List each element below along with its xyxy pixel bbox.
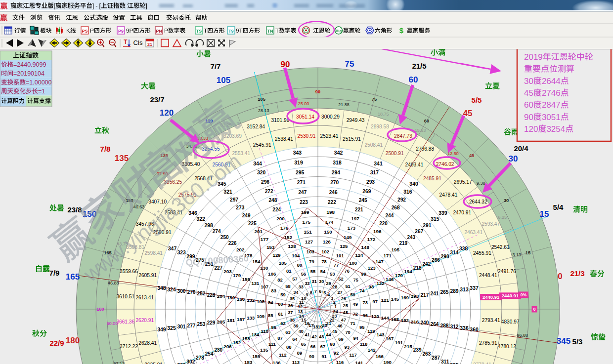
svg-text:320: 320 (257, 170, 266, 175)
svg-text:59: 59 (280, 292, 285, 297)
svg-text:217: 217 (421, 292, 429, 298)
svg-text:49: 49 (353, 302, 358, 307)
svg-text:45: 45 (524, 88, 533, 98)
svg-text:347: 347 (168, 245, 177, 251)
svg-text:197: 197 (351, 216, 359, 221)
svg-text:77: 77 (334, 262, 339, 268)
svg-text:94: 94 (353, 335, 358, 341)
svg-text:219: 219 (399, 241, 407, 246)
svg-text:102: 102 (321, 249, 329, 254)
svg-text:151: 151 (304, 229, 312, 235)
svg-text:6.25: 6.25 (498, 215, 507, 220)
svg-text:2796.88: 2796.88 (416, 146, 434, 152)
svg-text:32: 32 (305, 281, 309, 286)
svg-text:206: 206 (223, 344, 232, 349)
svg-text:228: 228 (207, 292, 216, 298)
svg-text:126: 126 (323, 239, 331, 244)
svg-text:18.75: 18.75 (378, 112, 389, 117)
svg-text:291: 291 (423, 223, 431, 228)
svg-text:170: 170 (395, 273, 403, 278)
svg-text:3712.22: 3712.22 (120, 344, 138, 349)
svg-text:157: 157 (237, 317, 245, 322)
svg-text:168: 168 (391, 317, 399, 322)
svg-text:171: 171 (384, 253, 392, 258)
svg-text:] - [: ] - [ (92, 2, 101, 9)
svg-text:225: 225 (248, 221, 257, 226)
svg-text:90: 90 (524, 113, 533, 122)
svg-text:58: 58 (285, 284, 290, 289)
svg-text:297: 297 (230, 197, 238, 202)
svg-text:342: 342 (334, 150, 343, 156)
svg-text:249: 249 (242, 213, 251, 218)
svg-text:123: 123 (368, 265, 376, 271)
svg-text:2746.02: 2746.02 (436, 162, 454, 167)
svg-text:341: 341 (374, 161, 383, 166)
svg-text:296: 296 (261, 179, 269, 185)
svg-text:3.13: 3.13 (513, 252, 522, 257)
svg-text:63: 63 (285, 330, 290, 335)
svg-text:41: 41 (305, 332, 309, 337)
svg-text:70: 70 (345, 330, 350, 335)
svg-text:2949.43: 2949.43 (347, 118, 365, 123)
svg-text:60: 60 (524, 100, 533, 110)
svg-text:54: 54 (320, 269, 326, 274)
svg-text:287: 287 (432, 355, 440, 361)
svg-text:321: 321 (224, 189, 233, 195)
svg-text:274: 274 (213, 229, 221, 234)
svg-text:TS: TS (196, 29, 202, 34)
svg-text:30: 30 (524, 77, 533, 86)
svg-text:3254: 3254 (546, 124, 565, 134)
svg-text:=2440.9099: =2440.9099 (13, 61, 46, 68)
svg-text:2491.76: 2491.76 (498, 269, 516, 274)
svg-text:2448.41: 2448.41 (479, 273, 497, 278)
svg-text:169: 169 (401, 295, 409, 300)
svg-text:75: 75 (345, 59, 354, 69)
svg-text:135: 135 (115, 154, 129, 163)
svg-text:336: 336 (460, 325, 469, 331)
svg-text:8: 8 (310, 290, 312, 295)
svg-text:82: 82 (277, 277, 282, 283)
svg-text:65: 65 (301, 342, 306, 347)
svg-text:0: 0 (558, 272, 562, 281)
svg-text:96.88: 96.88 (517, 333, 528, 338)
svg-text:229: 229 (207, 320, 216, 325)
svg-text:241: 241 (431, 291, 439, 296)
svg-text:97: 97 (373, 299, 378, 304)
svg-text:57: 57 (292, 277, 297, 282)
svg-text:180: 180 (66, 336, 80, 345)
svg-text:243: 243 (407, 235, 415, 240)
svg-text:215: 215 (404, 344, 412, 349)
svg-text:145: 145 (391, 296, 399, 302)
svg-text:240: 240 (421, 320, 429, 325)
svg-text:147: 147 (376, 259, 384, 264)
svg-text:322: 322 (196, 216, 205, 222)
svg-text:3559.66: 3559.66 (120, 269, 138, 274)
svg-text:0: 0 (533, 307, 536, 312)
svg-text:340: 340 (409, 181, 418, 187)
svg-text:62: 62 (280, 321, 285, 326)
svg-text:248: 248 (268, 198, 277, 203)
svg-text:60: 60 (424, 119, 429, 123)
svg-text:2455.91: 2455.91 (473, 250, 491, 256)
svg-text:2598.41: 2598.41 (144, 250, 163, 256)
svg-text:117: 117 (349, 352, 356, 358)
svg-text:223: 223 (300, 200, 308, 205)
svg-text:2545.91: 2545.91 (253, 142, 271, 148)
svg-text:2746: 2746 (542, 88, 561, 98)
svg-text:T: T (124, 39, 128, 45)
svg-text:2538.41: 2538.41 (275, 136, 293, 142)
svg-text:323: 323 (177, 250, 186, 255)
svg-text:175: 175 (303, 219, 311, 225)
svg-text:191: 191 (395, 340, 403, 345)
svg-text:128: 128 (288, 243, 297, 249)
svg-text:120: 120 (371, 314, 379, 319)
svg-text:69: 69 (338, 337, 343, 342)
svg-text:=20190104: =20190104 (13, 70, 44, 77)
svg-text:203: 203 (223, 269, 232, 274)
svg-text:181: 181 (227, 318, 235, 323)
svg-text:144: 144 (381, 315, 390, 321)
svg-text:3051.14: 3051.14 (296, 114, 314, 120)
svg-text:277: 277 (187, 323, 196, 328)
svg-text:2635.91: 2635.91 (144, 362, 163, 364)
svg-text:2542.61: 2542.61 (491, 244, 510, 250)
